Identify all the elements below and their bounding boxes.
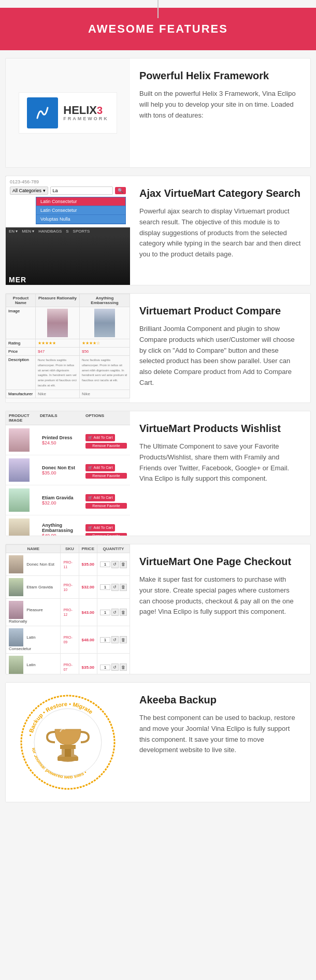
compare-row-price-label: Price xyxy=(6,348,36,356)
wishlist-img-1 xyxy=(9,428,30,452)
ajax-nav-sports[interactable]: SPORTS xyxy=(73,229,90,234)
compare-row-desc-label: Description xyxy=(6,356,36,390)
akeeba-image: • Backup • Restore • Migrate for Joomla!… xyxy=(6,683,130,802)
wishlist-details-4: Anything Embarrassing $49.00 xyxy=(42,523,83,536)
compare-row-mfr-label: Manufacturer xyxy=(6,390,36,398)
wishlist-col-options: OPTIONS xyxy=(85,413,127,423)
compare-row-rating-p2: ★★★★☆ xyxy=(79,339,130,348)
checkout-qty-delete-2[interactable]: 🗑 xyxy=(120,584,127,591)
wishlist-remove-1[interactable]: Remove Favorite xyxy=(85,443,127,449)
checkout-price-5: $35.00 xyxy=(79,654,97,674)
compare-row-image-p1 xyxy=(35,307,79,339)
akeeba-mockup: • Backup • Restore • Migrate for Joomla!… xyxy=(6,683,130,802)
checkout-qty-refresh-5[interactable]: ↺ xyxy=(111,664,119,671)
wishlist-content: VirtueMart Products Wishlist The Ultimat… xyxy=(130,411,310,495)
checkout-price-4: $48.00 xyxy=(79,626,97,654)
feature-compare: Product Name Pleasure Rationally Anythin… xyxy=(5,293,311,403)
wishlist-add-cart-1[interactable]: 🛒 Add To Cart xyxy=(85,434,115,441)
wishlist-name-2: Donec Non Est xyxy=(42,465,83,470)
compare-desc-text-p2: Nunc facilisis sagittis ullamcorper. Pro… xyxy=(82,358,127,382)
checkout-sku-text-5: PRO-07 xyxy=(63,663,73,671)
ajax-search-input[interactable]: La xyxy=(50,186,113,195)
compare-mockup: Product Name Pleasure Rationally Anythin… xyxy=(6,294,130,402)
feature-ajax: 0123-456-789 All Categories ▾ La 🔍 Latin… xyxy=(5,176,311,285)
checkout-col-sku: PRICE xyxy=(79,545,97,553)
svg-rect-8 xyxy=(58,757,78,761)
wishlist-row-3: Etiam Gravida $32.00 🛒 Add To Cart Remov… xyxy=(6,485,130,515)
compare-table: Product Name Pleasure Rationally Anythin… xyxy=(6,294,130,398)
checkout-sku-3: PRO-12 xyxy=(61,599,79,626)
checkout-qty-control-4: ↺ 🗑 xyxy=(100,636,127,643)
compare-row-mfr-p1: Nike xyxy=(35,390,79,398)
wishlist-image: PRODUCT IMAGE DETAILS OPTIONS Printed Dr… xyxy=(6,411,130,536)
helix-name: HELIX3 xyxy=(63,105,109,116)
compare-title: Virtuemart Product Compare xyxy=(139,304,301,318)
wishlist-price-3: $32.00 xyxy=(42,500,83,506)
wishlist-mockup: PRODUCT IMAGE DETAILS OPTIONS Printed Dr… xyxy=(6,411,130,536)
checkout-img-1: Donec Non Est xyxy=(6,553,61,576)
checkout-description: Make it super fast for customers to purc… xyxy=(139,574,301,617)
compare-content: Virtuemart Product Compare Brilliant Joo… xyxy=(130,294,310,399)
ajax-nav-s[interactable]: S xyxy=(66,229,68,234)
feature-checkout: NAME SKU PRICE QUANTITY Donec Non Est PR… xyxy=(5,544,311,674)
checkout-qty-input-4[interactable] xyxy=(100,637,110,643)
feature-helix: HELIX3 FRAMEWORK Powerful Helix Framewor… xyxy=(5,58,311,168)
ajax-nav-men[interactable]: MEN ▾ xyxy=(22,229,34,234)
wishlist-options-1: 🛒 Add To Cart Remove Favorite xyxy=(85,431,127,449)
wishlist-col-image: PRODUCT IMAGE xyxy=(9,413,40,423)
checkout-qty-delete-3[interactable]: 🗑 xyxy=(120,609,127,616)
ajax-search-button[interactable]: 🔍 xyxy=(115,187,126,194)
checkout-qty-delete-5[interactable]: 🗑 xyxy=(120,664,127,671)
wishlist-remove-4[interactable]: Remove Favorite xyxy=(85,533,127,536)
compare-row-price-p1: $47 xyxy=(35,348,79,356)
svg-rect-6 xyxy=(60,745,76,749)
wishlist-add-cart-4[interactable]: 🛒 Add To Cart xyxy=(85,524,115,531)
wishlist-remove-2[interactable]: Remove Favorite xyxy=(85,473,127,479)
ajax-dropdown-item-2[interactable]: Latin Consectetur xyxy=(36,206,125,215)
checkout-qty-input-2[interactable] xyxy=(100,584,110,590)
compare-image: Product Name Pleasure Rationally Anythin… xyxy=(6,294,130,402)
checkout-qty-input-5[interactable] xyxy=(100,665,110,670)
ajax-dropdown-item-1[interactable]: Latin Consectetur xyxy=(36,197,125,206)
wishlist-options-4: 🛒 Add To Cart Remove Favorite xyxy=(85,522,127,536)
checkout-sku-4: PRO-09 xyxy=(61,626,79,654)
compare-price-p2: $56 xyxy=(82,349,89,354)
ajax-nav-en[interactable]: EN ▾ xyxy=(9,229,18,234)
wishlist-add-cart-2[interactable]: 🛒 Add To Cart xyxy=(85,464,115,471)
checkout-qty-refresh-2[interactable]: ↺ xyxy=(111,584,119,591)
wishlist-name-3: Etiam Gravida xyxy=(42,495,83,500)
akeeba-content: Akeeba Backup The best component can be … xyxy=(130,683,310,766)
ajax-hero-text: MER xyxy=(9,276,26,284)
stars-p2: ★★★★☆ xyxy=(82,341,100,345)
ajax-category-select[interactable]: All Categories ▾ xyxy=(10,186,48,195)
compare-row-mfr-p2: Nike xyxy=(79,390,130,398)
helix-image: HELIX3 FRAMEWORK xyxy=(6,59,130,167)
checkout-qty-input-3[interactable] xyxy=(100,610,110,615)
ajax-search-row: All Categories ▾ La 🔍 xyxy=(10,186,126,195)
checkout-price-1: $35.00 xyxy=(79,553,97,576)
checkout-qty-input-1[interactable] xyxy=(100,561,110,567)
checkout-qty-refresh-4[interactable]: ↺ xyxy=(111,636,119,643)
checkout-img-2: Etiam Gravida xyxy=(6,576,61,599)
ajax-nav-handbags[interactable]: HANDBAGS xyxy=(38,229,62,234)
checkout-img-5: Latin Consectetur xyxy=(6,654,61,674)
checkout-qty-refresh-1[interactable]: ↺ xyxy=(111,561,119,568)
wishlist-add-cart-3[interactable]: 🛒 Add To Cart xyxy=(85,494,115,501)
checkout-qty-2: ↺ 🗑 xyxy=(97,576,130,599)
ajax-content: Ajax VirtueMart Category Search Powerful… xyxy=(130,176,310,270)
wishlist-remove-3[interactable]: Remove Favorite xyxy=(85,503,127,509)
checkout-qty-control-3: ↺ 🗑 xyxy=(100,609,127,616)
checkout-row-1: Donec Non Est PRO-11 $35.00 ↺ 🗑 xyxy=(6,553,130,576)
checkout-qty-control-1: ↺ 🗑 xyxy=(100,561,127,568)
wishlist-row-1: Printed Dress $24.50 🛒 Add To Cart Remov… xyxy=(6,425,130,455)
checkout-qty-delete-4[interactable]: 🗑 xyxy=(120,636,127,643)
ajax-image: 0123-456-789 All Categories ▾ La 🔍 Latin… xyxy=(6,176,130,285)
helix-title: Powerful Helix Framework xyxy=(139,69,301,82)
checkout-qty-delete-1[interactable]: 🗑 xyxy=(120,561,127,568)
wishlist-img-4 xyxy=(9,518,30,536)
header-section: AWESOME FEATURES xyxy=(0,8,316,50)
checkout-qty-refresh-3[interactable]: ↺ xyxy=(111,609,119,616)
ajax-dropdown-item-3[interactable]: Voluptas Nulla xyxy=(36,215,125,224)
compare-row-rating-label: Rating xyxy=(6,339,36,348)
compare-col-p1: Pleasure Rationally xyxy=(35,294,79,307)
